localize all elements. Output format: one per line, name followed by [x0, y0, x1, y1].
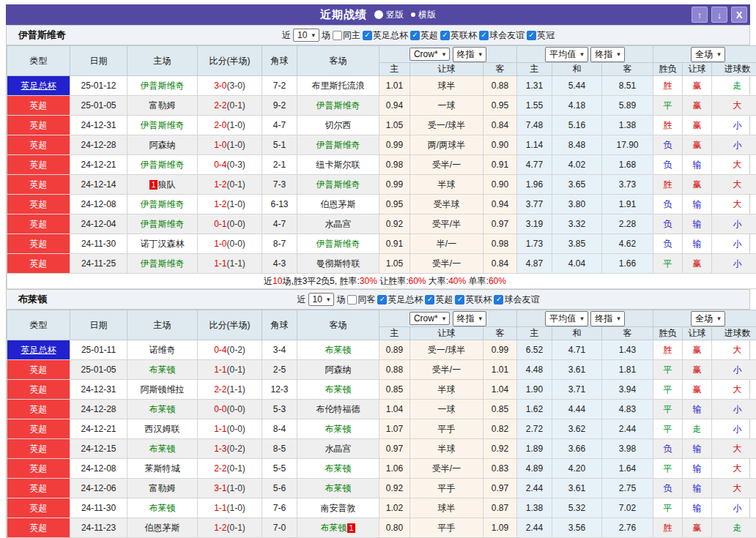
home-team[interactable]: 诺丁汉森林: [141, 239, 185, 249]
move-down-button[interactable]: ↓: [711, 7, 727, 23]
away-team[interactable]: 布莱顿: [325, 483, 352, 493]
home-team[interactable]: 莱斯特城: [145, 463, 180, 474]
away-team[interactable]: 伊普斯维奇: [316, 239, 360, 249]
home-team[interactable]: 伊普斯维奇: [141, 219, 185, 229]
home-team-cell: 1狼队: [127, 175, 198, 195]
home-team[interactable]: 阿森纳: [149, 140, 176, 150]
layout-radio-vertical[interactable]: 竖版: [374, 9, 404, 21]
home-team[interactable]: 伊普斯维奇: [141, 199, 185, 209]
home-team-cell: 伊普斯维奇: [127, 116, 198, 135]
league-badge[interactable]: 英超: [7, 439, 70, 458]
match-count-select[interactable]: 10▾: [308, 293, 335, 306]
home-team[interactable]: 布莱顿: [149, 365, 176, 375]
away-team[interactable]: 南安普敦: [321, 503, 356, 513]
scope-select[interactable]: 全场▾: [691, 311, 725, 326]
league-filter-checkbox[interactable]: ✓球会友谊: [479, 29, 525, 42]
home-team[interactable]: 布莱顿: [149, 444, 176, 454]
home-team[interactable]: 狼队: [158, 179, 176, 190]
league-badge[interactable]: 英超: [7, 155, 70, 174]
league-badge[interactable]: 英足总杯: [7, 340, 70, 359]
away-team[interactable]: 伯恩茅斯: [321, 199, 356, 209]
bookmaker-select[interactable]: Crow*▾: [410, 48, 450, 61]
league-badge[interactable]: 英超: [7, 419, 70, 438]
home-team[interactable]: 伊普斯维奇: [141, 258, 185, 269]
league-badge[interactable]: 英超: [7, 360, 70, 379]
layout-radio-horizontal[interactable]: 横版: [411, 9, 436, 21]
odds-subcolumn-header: 让球: [410, 327, 483, 340]
match-date: 24-11-25: [70, 254, 127, 274]
league-badge[interactable]: 英超: [7, 518, 70, 537]
away-team[interactable]: 水晶宫: [325, 219, 352, 229]
close-button[interactable]: X: [731, 7, 747, 23]
home-team[interactable]: 伯恩茅斯: [145, 523, 180, 533]
away-team[interactable]: 曼彻斯特联: [316, 258, 360, 269]
league-badge[interactable]: 英超: [7, 479, 70, 498]
home-team[interactable]: 诺维奇: [149, 345, 176, 355]
league-filter-checkbox[interactable]: ✓球会友谊: [494, 294, 539, 306]
home-team[interactable]: 布莱顿: [149, 404, 176, 414]
home-team[interactable]: 伊普斯维奇: [141, 120, 185, 130]
league-filter-checkbox[interactable]: ✓英冠: [527, 29, 555, 42]
away-team[interactable]: 伊普斯维奇: [316, 100, 360, 111]
league-badge[interactable]: 英超: [7, 234, 70, 253]
checkbox-checked-icon: ✓: [494, 295, 503, 305]
away-team[interactable]: 布莱顿: [325, 463, 352, 474]
league-filter-checkbox[interactable]: ✓英足总杯: [363, 29, 408, 42]
average-select[interactable]: 平均值▾: [545, 311, 588, 326]
league-badge[interactable]: 英超: [7, 400, 70, 419]
away-team[interactable]: 阿森纳: [325, 365, 352, 375]
result-subcolumn-header: 进球数: [712, 63, 756, 76]
home-team[interactable]: 伊普斯维奇: [141, 81, 185, 91]
same-venue-checkbox[interactable]: 同主: [333, 29, 360, 42]
league-filter-checkbox[interactable]: ✓英足总杯: [377, 294, 423, 306]
away-team[interactable]: 布莱顿: [325, 345, 352, 355]
league-badge[interactable]: 英足总杯: [7, 76, 70, 95]
away-team[interactable]: 伊普斯维奇: [316, 179, 360, 190]
home-team[interactable]: 富勒姆: [149, 100, 176, 111]
league-badge[interactable]: 英超: [7, 380, 70, 399]
fulltime-score: 1-1: [214, 258, 226, 269]
away-team[interactable]: 切尔西: [325, 120, 352, 130]
home-team[interactable]: 布莱顿: [149, 503, 176, 513]
away-team[interactable]: 水晶宫: [325, 444, 352, 454]
league-filter-checkbox[interactable]: ✓英联杯: [440, 29, 477, 42]
league-badge[interactable]: 英超: [7, 175, 70, 194]
scope-select[interactable]: 全场▾: [691, 47, 725, 62]
league-badge[interactable]: 英超: [7, 96, 70, 115]
home-team[interactable]: 富勒姆: [149, 483, 176, 493]
home-team[interactable]: 西汉姆联: [145, 424, 180, 434]
league-filter-checkbox[interactable]: ✓英超: [410, 29, 438, 42]
average-select[interactable]: 平均值▾: [545, 47, 588, 62]
home-team[interactable]: 伊普斯维奇: [141, 160, 185, 170]
final-odds-select[interactable]: 终指▾: [590, 311, 625, 326]
match-count-select[interactable]: 10▾: [293, 29, 319, 42]
final-odds-select[interactable]: 终指▾: [453, 311, 487, 326]
away-team[interactable]: 布里斯托流浪: [312, 81, 365, 91]
away-team[interactable]: 布莱顿: [325, 384, 352, 395]
home-team[interactable]: 阿斯顿维拉: [141, 384, 185, 395]
final-odds-select[interactable]: 终指▾: [453, 47, 487, 62]
away-team[interactable]: 布伦特福德: [316, 404, 360, 414]
league-badge[interactable]: 英超: [7, 135, 70, 154]
league-badge[interactable]: 英超: [7, 254, 70, 273]
away-team[interactable]: 布莱顿: [325, 424, 352, 434]
league-filter-checkbox[interactable]: ✓英联杯: [455, 294, 492, 306]
league-badge[interactable]: 英超: [7, 195, 70, 214]
match-score: 1-2(0-1): [198, 175, 262, 195]
league-badge[interactable]: 英超: [7, 459, 70, 478]
move-up-button[interactable]: ↑: [692, 7, 708, 23]
titlebar-center: 近期战绩 竖版 横版: [6, 8, 750, 22]
league-badge[interactable]: 英超: [7, 214, 70, 233]
result-handicap: 赢: [683, 518, 712, 538]
league-cell: 英超: [7, 380, 70, 400]
league-filter-checkbox-label: 球会友谊: [489, 29, 525, 42]
league-badge[interactable]: 英超: [7, 116, 70, 135]
away-team[interactable]: 布莱顿: [320, 523, 346, 533]
same-venue-checkbox[interactable]: 同客: [347, 294, 375, 306]
away-team[interactable]: 伊普斯维奇: [316, 140, 360, 150]
league-badge[interactable]: 英超: [7, 498, 70, 518]
final-odds-select[interactable]: 终指▾: [590, 47, 625, 62]
bookmaker-select[interactable]: Crow*▾: [410, 312, 450, 325]
league-filter-checkbox[interactable]: ✓英超: [425, 294, 453, 306]
away-team[interactable]: 纽卡斯尔联: [316, 160, 360, 170]
